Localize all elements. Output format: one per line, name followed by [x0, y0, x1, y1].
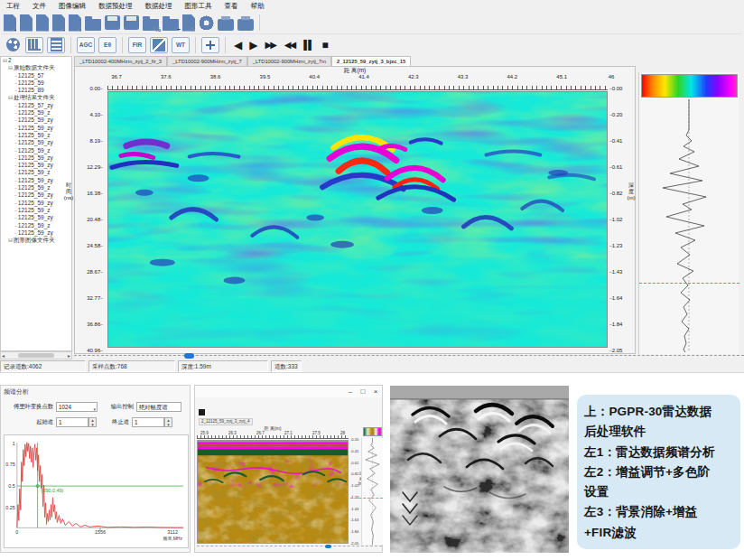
document-tab[interactable]: _LTD10002-400MHzm_zytj_2_fir_3	[74, 56, 167, 66]
tree-item[interactable]: 12125_59_zy	[1, 125, 71, 132]
scroll-left-arrow[interactable]: ◂	[2, 352, 5, 359]
x-tick-label: 44.2	[501, 74, 523, 79]
playback-button[interactable]: ◀◀	[284, 40, 294, 50]
tree-item[interactable]: 12125_59_zy	[1, 214, 71, 221]
list-icon[interactable]	[47, 37, 65, 53]
document-tab[interactable]: _LTD10002-900MHzm_zytj_7m	[247, 56, 331, 66]
end-trace-spinner[interactable]: ▴▾	[164, 417, 172, 427]
gain-h-scrollbar[interactable]	[197, 546, 382, 549]
playback-button[interactable]: ▶	[249, 39, 256, 51]
depth-tick-label: 0.41	[609, 138, 637, 144]
minimize-button[interactable]: –	[344, 387, 357, 397]
menu-item[interactable]: 数据预处理	[92, 2, 139, 11]
toolbar-icon[interactable]	[237, 19, 254, 31]
histogram-icon[interactable]	[25, 37, 43, 53]
plot-scroll-thumb[interactable]	[184, 353, 194, 359]
toolbar-icon[interactable]	[105, 15, 120, 30]
tree-item[interactable]: 12125_59_zy	[1, 177, 71, 184]
tree-item[interactable]: 12125_59	[1, 79, 71, 87]
scroll-right-arrow[interactable]: ▸	[68, 352, 70, 359]
gain-scroll-thumb[interactable]	[325, 545, 331, 548]
y-tick-label: 20.48	[75, 217, 106, 222]
caption-line: 设置	[584, 482, 733, 502]
tree-item[interactable]: 12125_59_zy	[1, 154, 71, 162]
depth-marker-line	[639, 283, 739, 284]
tree-item[interactable]: 12125_59_z	[1, 222, 71, 229]
tree-item[interactable]: 12125_59_z	[1, 132, 71, 139]
menu-item[interactable]: 查看	[219, 2, 245, 11]
gain-radargram-image[interactable]	[197, 440, 349, 544]
toolbar-icon[interactable]: →	[36, 14, 49, 32]
spectrum-plot[interactable]: 1 0.75 0.5 0.25 0 1556 3112 频率,MHz (390,…	[4, 434, 189, 548]
toolbar-icon[interactable]: ↺	[182, 14, 195, 32]
toolbar-icon[interactable]	[199, 15, 214, 31]
depth-tick-label: 0.00	[609, 86, 637, 91]
tree-item[interactable]: 12125_57	[1, 72, 71, 79]
toolbar-icon[interactable]	[85, 19, 101, 31]
playback-button[interactable]: ■	[321, 39, 326, 51]
x-tick-label: 42.3	[403, 74, 424, 79]
toolbar-icon[interactable]	[124, 15, 139, 30]
toolbar-icon[interactable]: ×	[69, 14, 81, 32]
gain-trace-waveform[interactable]	[361, 438, 383, 545]
tree-item[interactable]: 12125_59_z	[1, 169, 71, 176]
menu-item[interactable]: 帮助	[245, 2, 271, 11]
tree-h-scrollbar[interactable]: ◂ ▸	[0, 351, 72, 359]
gain-document-tab[interactable]: 2_12125_59_zytj_3_zytj_4	[199, 418, 253, 425]
menu-item[interactable]: 文件	[26, 2, 52, 11]
radargram-image[interactable]	[107, 91, 608, 348]
tree-item[interactable]: 12125_57_zy	[1, 102, 71, 109]
brush-icon[interactable]	[150, 37, 168, 53]
start-trace-input[interactable]: 1	[56, 417, 88, 427]
tree-item[interactable]: 12125_59_zy	[1, 229, 71, 237]
toolbar-icon[interactable]: +	[163, 19, 179, 31]
end-trace-input[interactable]: 1	[132, 417, 164, 427]
close-button[interactable]: ×	[369, 387, 382, 397]
y-tick-label: 28.67	[75, 269, 106, 275]
playback-button[interactable]: ◀	[234, 39, 240, 51]
tree-item[interactable]: 12125_59_zy	[1, 191, 71, 199]
tree-item[interactable]: 12125_59_zy	[1, 162, 71, 169]
toolbar-icon[interactable]: %	[143, 19, 159, 31]
gain-depth-marker-line	[350, 498, 383, 499]
plot-h-scrollbar[interactable]	[74, 355, 744, 359]
tree-item[interactable]: 12125_59_z	[1, 147, 71, 154]
start-trace-spinner[interactable]: ▴▾	[88, 417, 97, 427]
toolbar-icon[interactable]: +	[4, 14, 16, 32]
tree-item[interactable]: 12125_59_z	[1, 184, 71, 191]
tree-scroll-thumb[interactable]	[18, 353, 54, 358]
playback-button[interactable]: ▶▶	[265, 40, 274, 50]
tree-item[interactable]: 12125_59_zy	[1, 117, 71, 124]
trace-waveform[interactable]	[641, 99, 738, 352]
svg-text:0.5: 0.5	[8, 483, 15, 489]
tree-item[interactable]: 处理结果文件夹	[1, 94, 71, 101]
end-trace-label: 终止道	[97, 418, 129, 426]
toolbar-icon[interactable]	[218, 19, 234, 31]
maximize-button[interactable]: □	[357, 387, 369, 397]
fft-points-select[interactable]: 1024▾	[56, 402, 98, 412]
menu-item[interactable]: 图形工具	[179, 2, 219, 11]
document-tab[interactable]: 2_12125_59_zytj_3_bjxc_15	[331, 56, 411, 66]
tree-item[interactable]: 12125_59_zy	[1, 200, 71, 207]
tree-item[interactable]: 12125_89	[1, 87, 71, 94]
document-tab[interactable]: _LTD10002-900MHzm_zytj_7	[167, 56, 247, 66]
tree-item[interactable]: 12125_59_z	[1, 109, 71, 117]
tree-item[interactable]: 12125_59_z	[1, 207, 71, 214]
agc-button[interactable]: AGC	[77, 37, 95, 53]
output-control-value[interactable]: 绝对幅度谱	[136, 402, 181, 412]
tree-item[interactable]: 2	[1, 57, 71, 64]
wt-button[interactable]: WT	[172, 37, 190, 53]
menu-item[interactable]: 数据处理	[139, 2, 179, 11]
fir-button[interactable]: FIR	[128, 37, 146, 53]
tree-item[interactable]: 原始数据文件夹	[1, 64, 71, 71]
toolbar-icon[interactable]: −	[52, 14, 65, 32]
crosshair-icon[interactable]	[201, 37, 219, 53]
menu-item[interactable]: 图像编辑	[52, 2, 92, 11]
etheta-button[interactable]: Eθ	[98, 37, 116, 53]
palette-icon[interactable]	[4, 37, 22, 53]
menu-item[interactable]: 工程	[0, 2, 26, 11]
toolbar-icon[interactable]	[20, 14, 33, 32]
tree-item[interactable]: 12125_59_zy	[1, 139, 71, 146]
tree-item[interactable]: 图形图像文件夹	[1, 237, 71, 244]
playback-button[interactable]: ▌▌	[303, 40, 312, 50]
